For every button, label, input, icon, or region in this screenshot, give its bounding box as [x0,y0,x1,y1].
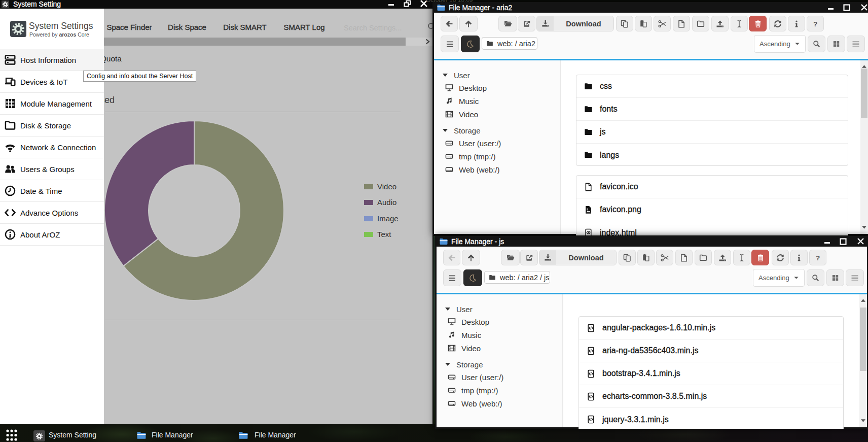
svg-text:?: ? [816,254,820,261]
svg-text:?: ? [813,20,817,27]
